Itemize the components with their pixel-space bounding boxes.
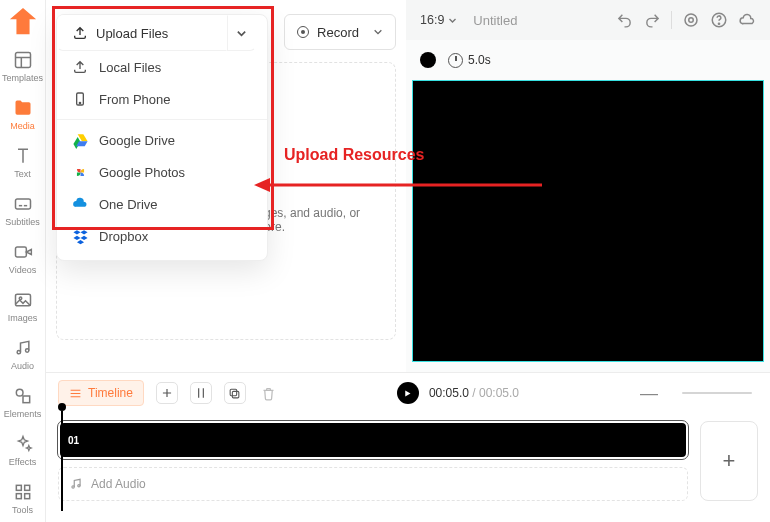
svg-point-27 xyxy=(72,486,74,488)
preview-transition-dot[interactable] xyxy=(420,52,436,68)
sidebar-item-subtitles[interactable]: Subtitles xyxy=(1,187,45,234)
preview-duration[interactable]: 5.0s xyxy=(448,53,491,68)
timeline-toolbar: Timeline 00:05.0 / 00:05.0 — xyxy=(46,373,770,413)
sidebar-item-templates[interactable]: Templates xyxy=(1,43,45,90)
copy-button[interactable] xyxy=(224,382,246,404)
sidebar-item-label: Audio xyxy=(11,361,34,371)
sidebar-item-label: Effects xyxy=(9,457,36,467)
aspect-ratio-selector[interactable]: 16:9 xyxy=(420,13,457,27)
split-button[interactable] xyxy=(190,382,212,404)
google-drive-icon xyxy=(71,131,89,149)
dropdown-item-dropbox[interactable]: Dropbox xyxy=(57,220,267,252)
timeline-time: 00:05.0 / 00:05.0 xyxy=(429,386,519,400)
templates-icon xyxy=(12,49,34,71)
upload-files-button[interactable]: Upload Files xyxy=(57,15,227,51)
zoom-out-button[interactable]: — xyxy=(636,383,662,404)
dropdown-item-label: Google Photos xyxy=(99,165,185,180)
svg-point-10 xyxy=(25,349,28,352)
sidebar-item-label: Videos xyxy=(9,265,36,275)
svg-point-21 xyxy=(685,14,697,26)
help-button[interactable] xyxy=(710,11,728,29)
svg-point-9 xyxy=(17,351,20,354)
dropdown-item-one-drive[interactable]: One Drive xyxy=(57,188,267,220)
undo-button[interactable] xyxy=(615,11,633,29)
dropdown-item-google-drive[interactable]: Google Drive xyxy=(57,124,267,156)
project-title[interactable]: Untitled xyxy=(473,13,517,28)
play-button[interactable] xyxy=(397,382,419,404)
dropdown-item-google-photos[interactable]: Google Photos xyxy=(57,156,267,188)
sidebar-item-tools[interactable]: Tools xyxy=(1,475,45,522)
svg-rect-3 xyxy=(15,199,30,209)
sidebar-item-videos[interactable]: Videos xyxy=(1,235,45,282)
media-icon xyxy=(12,97,34,119)
audio-icon xyxy=(12,337,34,359)
svg-point-11 xyxy=(16,389,23,396)
sidebar-item-label: Templates xyxy=(2,73,43,83)
dropdown-item-from-phone[interactable]: From Phone xyxy=(57,83,267,115)
zoom-slider[interactable] xyxy=(682,392,752,394)
record-button[interactable]: Record xyxy=(284,14,396,50)
elements-icon xyxy=(12,385,34,407)
sidebar-item-audio[interactable]: Audio xyxy=(1,331,45,378)
cloud-sync-icon[interactable] xyxy=(738,11,756,29)
chevron-down-icon xyxy=(236,28,247,39)
playhead[interactable] xyxy=(58,403,66,411)
dropdown-item-label: Google Drive xyxy=(99,133,175,148)
timeline-area: Timeline 00:05.0 / 00:05.0 — 01 xyxy=(46,372,770,522)
svg-rect-14 xyxy=(24,485,29,490)
svg-point-22 xyxy=(689,18,694,23)
sidebar-item-text[interactable]: Text xyxy=(1,139,45,186)
timeline-tab[interactable]: Timeline xyxy=(58,380,144,406)
media-panel: Record Click to browse your videos, imag… xyxy=(46,0,406,372)
dropdown-item-label: From Phone xyxy=(99,92,171,107)
subtitles-icon xyxy=(12,193,34,215)
upload-dropdown-toggle[interactable] xyxy=(227,15,256,51)
dropdown-item-label: One Drive xyxy=(99,197,158,212)
sidebar-item-label: Elements xyxy=(4,409,42,419)
svg-rect-12 xyxy=(23,396,30,403)
sidebar-item-elements[interactable]: Elements xyxy=(1,379,45,426)
svg-point-20 xyxy=(79,102,80,103)
preview-strip: 5.0s xyxy=(406,40,770,80)
chevron-down-icon xyxy=(448,16,457,25)
add-audio-track[interactable]: Add Audio xyxy=(58,467,688,501)
video-preview[interactable] xyxy=(412,80,764,362)
add-track-button[interactable] xyxy=(156,382,178,404)
effects-icon xyxy=(12,433,34,455)
sidebar-item-effects[interactable]: Effects xyxy=(1,427,45,474)
svg-point-24 xyxy=(718,23,719,24)
videos-icon xyxy=(12,241,34,263)
sidebar-item-label: Tools xyxy=(12,505,33,515)
preview-panel: 16:9 Untitled 5.0s xyxy=(406,0,770,372)
dropdown-item-label: Local Files xyxy=(99,60,161,75)
upload-icon xyxy=(72,25,88,41)
upload-icon xyxy=(71,58,89,76)
redo-button[interactable] xyxy=(643,11,661,29)
tools-icon xyxy=(12,481,34,503)
record-label: Record xyxy=(317,25,359,40)
dropdown-item-local-files[interactable]: Local Files xyxy=(57,51,267,83)
svg-rect-16 xyxy=(24,494,29,499)
app-logo xyxy=(8,6,38,36)
sidebar: Templates Media Text Subtitles Videos Im… xyxy=(0,0,46,522)
upload-dropdown: Upload Files Local Files From Phone xyxy=(56,14,268,261)
sidebar-item-media[interactable]: Media xyxy=(1,91,45,138)
video-clip[interactable]: 01 xyxy=(58,421,688,459)
sidebar-item-label: Media xyxy=(10,121,35,131)
audio-icon xyxy=(69,477,83,491)
snapshot-button[interactable] xyxy=(682,11,700,29)
google-photos-icon xyxy=(71,163,89,181)
upload-label: Upload Files xyxy=(96,26,168,41)
delete-button[interactable] xyxy=(258,382,280,404)
onedrive-icon xyxy=(71,195,89,213)
preview-topbar: 16:9 Untitled xyxy=(406,0,770,40)
svg-rect-26 xyxy=(231,389,238,396)
images-icon xyxy=(12,289,34,311)
dropdown-item-label: Dropbox xyxy=(99,229,148,244)
timeline-icon xyxy=(69,387,82,400)
record-icon xyxy=(297,26,309,38)
svg-rect-25 xyxy=(233,391,240,398)
dropbox-icon xyxy=(71,227,89,245)
sidebar-item-images[interactable]: Images xyxy=(1,283,45,330)
add-clip-button[interactable]: + xyxy=(700,421,758,501)
